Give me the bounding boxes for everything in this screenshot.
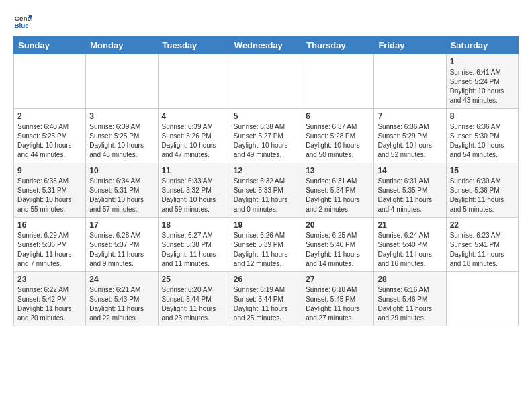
day-number: 11: [162, 166, 226, 175]
calendar-empty-cell: [14, 54, 86, 109]
calendar-day-20: 20Sunrise: 6:25 AM Sunset: 5:40 PM Dayli…: [302, 218, 374, 272]
day-info: Sunrise: 6:26 AM Sunset: 5:39 PM Dayligh…: [234, 231, 298, 269]
day-info: Sunrise: 6:37 AM Sunset: 5:28 PM Dayligh…: [306, 122, 370, 160]
calendar-day-7: 7Sunrise: 6:36 AM Sunset: 5:29 PM Daylig…: [374, 109, 446, 163]
calendar-empty-cell: [374, 54, 446, 109]
day-info: Sunrise: 6:33 AM Sunset: 5:32 PM Dayligh…: [162, 177, 226, 214]
day-number: 26: [234, 275, 298, 284]
calendar-day-6: 6Sunrise: 6:37 AM Sunset: 5:28 PM Daylig…: [302, 109, 374, 163]
weekday-header-saturday: Saturday: [446, 37, 518, 54]
day-number: 4: [162, 111, 226, 121]
calendar-day-18: 18Sunrise: 6:27 AM Sunset: 5:38 PM Dayli…: [158, 218, 230, 272]
day-info: Sunrise: 6:32 AM Sunset: 5:33 PM Dayligh…: [234, 177, 298, 214]
calendar-day-8: 8Sunrise: 6:36 AM Sunset: 5:30 PM Daylig…: [446, 109, 518, 163]
day-number: 18: [162, 220, 226, 230]
calendar-week-row: 1Sunrise: 6:41 AM Sunset: 5:24 PM Daylig…: [14, 54, 519, 109]
calendar-day-24: 24Sunrise: 6:21 AM Sunset: 5:43 PM Dayli…: [86, 272, 158, 326]
day-number: 1: [450, 57, 515, 66]
logo: General Blue: [13, 11, 35, 30]
calendar-day-17: 17Sunrise: 6:28 AM Sunset: 5:37 PM Dayli…: [86, 218, 158, 272]
day-number: 21: [378, 220, 442, 230]
day-info: Sunrise: 6:40 AM Sunset: 5:25 PM Dayligh…: [17, 122, 82, 160]
calendar-empty-cell: [302, 54, 374, 109]
calendar-week-row: 2Sunrise: 6:40 AM Sunset: 5:25 PM Daylig…: [14, 109, 519, 163]
calendar-day-11: 11Sunrise: 6:33 AM Sunset: 5:32 PM Dayli…: [158, 163, 230, 218]
calendar-day-21: 21Sunrise: 6:24 AM Sunset: 5:40 PM Dayli…: [374, 218, 446, 272]
calendar-week-row: 9Sunrise: 6:35 AM Sunset: 5:31 PM Daylig…: [14, 163, 519, 218]
svg-text:Blue: Blue: [14, 21, 29, 29]
day-number: 19: [234, 220, 298, 230]
day-number: 16: [17, 220, 82, 230]
day-number: 7: [378, 111, 442, 121]
calendar-day-10: 10Sunrise: 6:34 AM Sunset: 5:31 PM Dayli…: [86, 163, 158, 218]
weekday-header-thursday: Thursday: [302, 37, 374, 54]
calendar-day-27: 27Sunrise: 6:18 AM Sunset: 5:45 PM Dayli…: [302, 272, 374, 326]
calendar-table: SundayMondayTuesdayWednesdayThursdayFrid…: [13, 36, 519, 326]
day-number: 17: [89, 220, 154, 230]
day-number: 20: [306, 220, 370, 230]
day-info: Sunrise: 6:31 AM Sunset: 5:35 PM Dayligh…: [378, 177, 442, 214]
calendar-day-14: 14Sunrise: 6:31 AM Sunset: 5:35 PM Dayli…: [374, 163, 446, 218]
day-number: 23: [17, 275, 82, 284]
day-info: Sunrise: 6:36 AM Sunset: 5:30 PM Dayligh…: [450, 122, 515, 160]
calendar-day-4: 4Sunrise: 6:39 AM Sunset: 5:26 PM Daylig…: [158, 109, 230, 163]
day-number: 2: [17, 111, 82, 121]
calendar-day-15: 15Sunrise: 6:30 AM Sunset: 5:36 PM Dayli…: [446, 163, 518, 218]
day-number: 27: [306, 275, 370, 284]
day-info: Sunrise: 6:18 AM Sunset: 5:45 PM Dayligh…: [306, 285, 370, 323]
calendar-day-13: 13Sunrise: 6:31 AM Sunset: 5:34 PM Dayli…: [302, 163, 374, 218]
day-info: Sunrise: 6:34 AM Sunset: 5:31 PM Dayligh…: [89, 177, 154, 214]
page-header: General Blue: [13, 11, 519, 30]
day-info: Sunrise: 6:39 AM Sunset: 5:25 PM Dayligh…: [89, 122, 154, 160]
calendar-day-28: 28Sunrise: 6:16 AM Sunset: 5:46 PM Dayli…: [374, 272, 446, 326]
day-number: 10: [89, 166, 154, 175]
day-number: 13: [306, 166, 370, 175]
calendar-empty-cell: [86, 54, 158, 109]
calendar-day-16: 16Sunrise: 6:29 AM Sunset: 5:36 PM Dayli…: [14, 218, 86, 272]
calendar-day-12: 12Sunrise: 6:32 AM Sunset: 5:33 PM Dayli…: [230, 163, 302, 218]
weekday-header-friday: Friday: [374, 37, 446, 54]
day-info: Sunrise: 6:31 AM Sunset: 5:34 PM Dayligh…: [306, 177, 370, 214]
day-info: Sunrise: 6:28 AM Sunset: 5:37 PM Dayligh…: [89, 231, 154, 269]
day-number: 22: [450, 220, 515, 230]
day-info: Sunrise: 6:21 AM Sunset: 5:43 PM Dayligh…: [89, 285, 154, 323]
weekday-header-sunday: Sunday: [14, 37, 86, 54]
day-number: 8: [450, 111, 515, 121]
day-number: 3: [89, 111, 154, 121]
day-number: 24: [89, 275, 154, 284]
day-number: 5: [234, 111, 298, 121]
day-info: Sunrise: 6:23 AM Sunset: 5:41 PM Dayligh…: [450, 231, 515, 269]
day-info: Sunrise: 6:35 AM Sunset: 5:31 PM Dayligh…: [17, 177, 82, 214]
day-info: Sunrise: 6:30 AM Sunset: 5:36 PM Dayligh…: [450, 177, 515, 214]
calendar-day-19: 19Sunrise: 6:26 AM Sunset: 5:39 PM Dayli…: [230, 218, 302, 272]
day-number: 28: [378, 275, 442, 284]
day-info: Sunrise: 6:20 AM Sunset: 5:44 PM Dayligh…: [162, 285, 226, 323]
calendar-day-1: 1Sunrise: 6:41 AM Sunset: 5:24 PM Daylig…: [446, 54, 518, 109]
day-number: 14: [378, 166, 442, 175]
day-number: 15: [450, 166, 515, 175]
day-number: 6: [306, 111, 370, 121]
day-info: Sunrise: 6:36 AM Sunset: 5:29 PM Dayligh…: [378, 122, 442, 160]
calendar-day-2: 2Sunrise: 6:40 AM Sunset: 5:25 PM Daylig…: [14, 109, 86, 163]
day-info: Sunrise: 6:27 AM Sunset: 5:38 PM Dayligh…: [162, 231, 226, 269]
calendar-day-22: 22Sunrise: 6:23 AM Sunset: 5:41 PM Dayli…: [446, 218, 518, 272]
day-info: Sunrise: 6:25 AM Sunset: 5:40 PM Dayligh…: [306, 231, 370, 269]
calendar-day-25: 25Sunrise: 6:20 AM Sunset: 5:44 PM Dayli…: [158, 272, 230, 326]
calendar-day-23: 23Sunrise: 6:22 AM Sunset: 5:42 PM Dayli…: [14, 272, 86, 326]
calendar-week-row: 16Sunrise: 6:29 AM Sunset: 5:36 PM Dayli…: [14, 218, 519, 272]
day-number: 9: [17, 166, 82, 175]
calendar-day-9: 9Sunrise: 6:35 AM Sunset: 5:31 PM Daylig…: [14, 163, 86, 218]
day-info: Sunrise: 6:38 AM Sunset: 5:27 PM Dayligh…: [234, 122, 298, 160]
day-number: 12: [234, 166, 298, 175]
calendar-header-row: SundayMondayTuesdayWednesdayThursdayFrid…: [14, 37, 519, 54]
logo-icon: General Blue: [13, 11, 32, 30]
weekday-header-wednesday: Wednesday: [230, 37, 302, 54]
weekday-header-tuesday: Tuesday: [158, 37, 230, 54]
day-info: Sunrise: 6:41 AM Sunset: 5:24 PM Dayligh…: [450, 68, 515, 105]
day-info: Sunrise: 6:22 AM Sunset: 5:42 PM Dayligh…: [17, 285, 82, 323]
calendar-empty-cell: [230, 54, 302, 109]
calendar-day-5: 5Sunrise: 6:38 AM Sunset: 5:27 PM Daylig…: [230, 109, 302, 163]
day-number: 25: [162, 275, 226, 284]
calendar-day-3: 3Sunrise: 6:39 AM Sunset: 5:25 PM Daylig…: [86, 109, 158, 163]
calendar-empty-cell: [446, 272, 518, 326]
